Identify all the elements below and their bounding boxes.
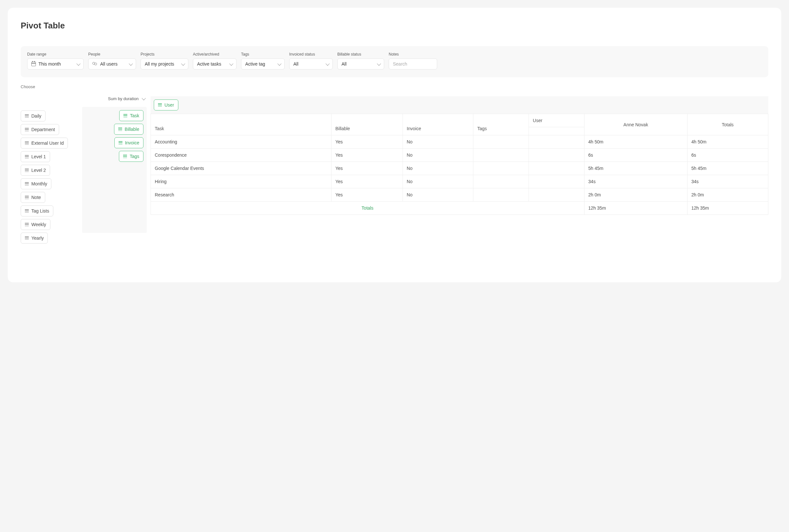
chevron-down-icon: [129, 63, 132, 65]
active-value: Active tasks: [197, 61, 221, 66]
chip-label: Daily: [31, 113, 41, 118]
calendar-icon: [31, 62, 36, 66]
totals-row-value: 12h 35m: [584, 202, 687, 215]
column-dim-chip-user[interactable]: User: [154, 99, 179, 111]
pivot-area: DailyDepartmentExternal User IdLevel 1Le…: [21, 96, 768, 244]
cell-billable: Yes: [332, 149, 403, 162]
available-dim-chip[interactable]: Note: [21, 192, 45, 203]
invoiced-dropdown[interactable]: All: [289, 58, 333, 70]
filter-label: Projects: [140, 52, 188, 57]
cell-invoice: No: [402, 188, 473, 202]
projects-value: All my projects: [145, 61, 174, 66]
people-dropdown[interactable]: All users: [88, 58, 136, 70]
cell-billable: Yes: [332, 135, 403, 149]
available-dim-chip[interactable]: Yearly: [21, 232, 48, 244]
available-dim-chip[interactable]: Level 1: [21, 151, 50, 162]
cell-value: 34s: [584, 175, 687, 188]
page-title: Pivot Table: [21, 21, 768, 31]
cell-user-spacer: [529, 188, 584, 202]
cell-task: Research: [151, 188, 332, 202]
tags-dropdown[interactable]: Active tag: [241, 58, 285, 70]
totals-row-label: Totals: [151, 202, 584, 215]
filter-label: Active/archived: [193, 52, 237, 57]
pivot-card: Pivot Table Date range This month People…: [8, 8, 781, 282]
available-dim-chip[interactable]: Daily: [21, 111, 45, 121]
pivot-table-zone: User Task Billable Invoice Tags User Ann…: [147, 96, 768, 244]
cell-value: 5h 45m: [584, 162, 687, 175]
pivot-table: Task Billable Invoice Tags User Anne Nov…: [151, 114, 768, 215]
cell-task: Google Calendar Events: [151, 162, 332, 175]
drag-handle-icon: [25, 223, 29, 226]
row-dim-chip[interactable]: Tags: [119, 151, 144, 162]
chevron-down-icon: [377, 63, 380, 65]
row-dim-chip[interactable]: Invoice: [114, 137, 144, 148]
drag-handle-icon: [118, 141, 123, 145]
table-row: HiringYesNo34s34s: [151, 175, 768, 188]
date-range-value: This month: [38, 61, 61, 66]
cell-invoice: No: [402, 175, 473, 188]
cell-task: Accounting: [151, 135, 332, 149]
cell-total: 5h 45m: [687, 162, 768, 175]
row-dim-chip[interactable]: Task: [119, 110, 144, 121]
cell-tags: [473, 188, 529, 202]
cell-invoice: No: [402, 135, 473, 149]
notes-search-input[interactable]: [389, 58, 437, 70]
chip-label: Tags: [130, 154, 139, 159]
filter-date-range: Date range This month: [27, 52, 84, 70]
cell-total: 4h 50m: [687, 135, 768, 149]
chip-label: Department: [31, 127, 55, 132]
drag-handle-icon: [25, 141, 29, 145]
available-dim-chip[interactable]: Tag Lists: [21, 205, 53, 216]
chip-label: Note: [31, 195, 41, 200]
chip-label: Task: [130, 113, 139, 118]
drag-handle-icon: [25, 128, 29, 131]
available-dim-chip[interactable]: Monthly: [21, 178, 51, 189]
chip-label: Invoice: [125, 140, 139, 145]
date-range-dropdown[interactable]: This month: [27, 58, 84, 70]
drag-handle-icon: [25, 169, 29, 172]
table-row: Google Calendar EventsYesNo5h 45m5h 45m: [151, 162, 768, 175]
totals-row: Totals 12h 35m 12h 35m: [151, 202, 768, 215]
billable-dropdown[interactable]: All: [337, 58, 384, 70]
filter-label: Invoiced status: [289, 52, 333, 57]
col-header-tags: Tags: [473, 114, 529, 135]
cell-invoice: No: [402, 162, 473, 175]
filter-invoiced: Invoiced status All: [289, 52, 333, 70]
row-dimension-zone: Sum by duration TaskBillableInvoiceTags: [82, 96, 147, 244]
billable-value: All: [341, 61, 347, 66]
filter-people: People All users: [88, 52, 136, 70]
table-row: CorespondenceYesNo6s6s: [151, 149, 768, 162]
column-dimension-zone: User: [151, 96, 768, 114]
available-dim-chip[interactable]: External User Id: [21, 138, 68, 149]
drag-handle-icon: [25, 236, 29, 240]
col-header-user-name: Anne Novak: [584, 114, 687, 135]
active-dropdown[interactable]: Active tasks: [193, 58, 237, 70]
filter-notes: Notes: [389, 52, 440, 70]
row-dim-chip[interactable]: Billable: [114, 124, 144, 135]
chevron-down-icon: [326, 63, 328, 65]
chevron-down-icon: [181, 63, 184, 65]
filter-label: Date range: [27, 52, 84, 57]
cell-value: 4h 50m: [584, 135, 687, 149]
totals-row-grand: 12h 35m: [687, 202, 768, 215]
cell-user-spacer: [529, 135, 584, 149]
drag-handle-icon: [25, 196, 29, 199]
sum-by-dropdown[interactable]: Sum by duration: [108, 96, 147, 101]
chip-label: External User Id: [31, 140, 64, 146]
choose-label: Choose: [21, 84, 768, 89]
available-dim-chip[interactable]: Department: [21, 124, 59, 135]
chip-label: Level 1: [31, 154, 46, 159]
drag-handle-icon: [25, 155, 29, 158]
cell-tags: [473, 162, 529, 175]
available-dim-chip[interactable]: Level 2: [21, 165, 50, 176]
filter-label: Notes: [389, 52, 440, 57]
cell-value: 2h 0m: [584, 188, 687, 202]
col-header-invoice: Invoice: [402, 114, 473, 135]
sum-by-label: Sum by duration: [108, 96, 138, 101]
available-dim-chip[interactable]: Weekly: [21, 219, 51, 230]
cell-user-spacer: [529, 149, 584, 162]
col-group-user: User: [529, 114, 584, 127]
projects-dropdown[interactable]: All my projects: [140, 58, 188, 70]
cell-billable: Yes: [332, 188, 403, 202]
cell-total: 6s: [687, 149, 768, 162]
